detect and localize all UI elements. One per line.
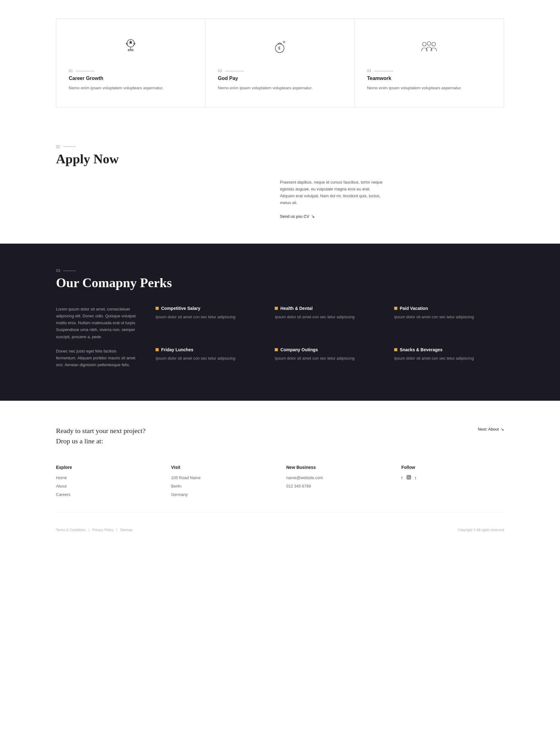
perks-section-number: 03	[56, 268, 504, 273]
perks-header: 03 Our Comapny Perks	[56, 268, 504, 290]
apply-section: 02 Apply Now Praesent dapibus, neque id …	[0, 126, 560, 244]
perks-intro-text-1: Lorem ipsum dolor sit amet, consectetuer…	[56, 306, 137, 340]
perk-1-desc: Ipsum dolor sit amet con sec tetur adipi…	[156, 314, 265, 320]
perk-paid-vacation: Paid Vacation Ipsum dolor sit amet con s…	[394, 306, 504, 334]
card-3-number: 03	[367, 69, 491, 73]
perks-intro-text-2: Donec nec justo eget felis facilisis fer…	[56, 348, 137, 368]
career-icon	[69, 35, 193, 59]
footer-follow: Follow f t	[401, 465, 504, 500]
team-icon	[367, 35, 491, 59]
card-2-desc: Nemo enim ipsam voluptatem voluptears as…	[218, 85, 342, 91]
card-god-pay: $ 02 God Pay Nemo enim ipsam voluptatem …	[205, 19, 354, 107]
perk-2-desc: Ipsum dolor sit amet con sec tetur adipi…	[275, 314, 385, 320]
footer-follow-title: Follow	[401, 465, 504, 470]
perk-3-desc: Ipsum dolor sit amet con sec tetur adipi…	[394, 314, 504, 320]
footer-explore: Explore Home About Careers	[56, 465, 159, 500]
perk-6-desc: Ipsum dolor sit amet con sec tetur adipi…	[394, 355, 504, 362]
cards-grid: 01 Career Growth Nemo enim ipsam volupta…	[56, 19, 504, 107]
cta-footer-section: Ready to start your next project? Drop u…	[0, 401, 560, 550]
apply-title: Apply Now	[56, 152, 504, 166]
card-2-number: 02	[218, 69, 342, 73]
pay-icon: $	[218, 35, 342, 59]
cards-section: 01 Career Growth Nemo enim ipsam volupta…	[0, 0, 560, 126]
footer-legal: Terms & Conditions | Privacy Policy | Si…	[56, 528, 133, 532]
svg-rect-2	[128, 49, 133, 51]
perk-bullet-icon	[156, 307, 159, 310]
perks-section: 03 Our Comapny Perks Lorem ipsum dolor s…	[0, 244, 560, 401]
svg-marker-3	[129, 40, 133, 44]
perks-title: Our Comapny Perks	[56, 275, 504, 290]
perk-5-title: Company Outings	[275, 347, 385, 352]
next-label: Next: About	[478, 427, 499, 432]
footer-copyright: Copyright © All rights reserved	[458, 528, 504, 532]
card-1-number: 01	[69, 69, 193, 73]
footer-columns: Explore Home About Careers Visit 105 Roa…	[56, 465, 504, 512]
footer-new-business: New Business name@website.com 012 345 67…	[286, 465, 389, 500]
perks-grid: Competitive Salary Ipsum dolor sit amet …	[156, 306, 504, 376]
footer-new-business-title: New Business	[286, 465, 389, 470]
svg-point-13	[432, 42, 436, 46]
sitemap-link[interactable]: Sitemap	[120, 528, 133, 532]
perk-2-title: Health & Dental	[275, 306, 385, 311]
svg-point-12	[427, 42, 431, 45]
card-1-title: Career Growth	[69, 76, 193, 81]
perk-bullet-icon	[394, 307, 397, 310]
perk-3-title: Paid Vacation	[394, 306, 504, 311]
svg-point-11	[422, 42, 426, 46]
perk-bullet-icon	[156, 348, 159, 351]
facebook-link[interactable]: f	[401, 475, 403, 482]
perk-company-outings: Company Outings Ipsum dolor sit amet con…	[275, 347, 385, 376]
footer-link-careers[interactable]: Careers	[56, 492, 159, 498]
legal-separator-2: |	[116, 528, 118, 532]
next-about-link[interactable]: Next: About ↘	[478, 426, 504, 432]
perk-5-desc: Ipsum dolor sit amet con sec tetur adipi…	[275, 355, 385, 362]
instagram-link[interactable]	[406, 475, 411, 482]
card-2-title: God Pay	[218, 76, 342, 81]
card-3-desc: Nemo enim ipsam voluptatem voluptears as…	[367, 85, 491, 91]
footer-explore-title: Explore	[56, 465, 159, 470]
cta-line1: Ready to start your next project?	[56, 426, 146, 436]
privacy-link[interactable]: Privacy Policy	[92, 528, 113, 532]
perk-health-dental: Health & Dental Ipsum dolor sit amet con…	[275, 306, 385, 334]
perk-bullet-icon	[275, 307, 278, 310]
footer-link-about[interactable]: About	[56, 483, 159, 490]
perk-1-title: Competitive Salary	[156, 306, 265, 311]
cta-text: Ready to start your next project? Drop u…	[56, 426, 146, 446]
card-3-title: Teamwork	[367, 76, 491, 81]
footer-address-3: Germany	[171, 492, 274, 498]
cta-top: Ready to start your next project? Drop u…	[56, 426, 504, 446]
cta-line2: Drop us a line at:	[56, 436, 146, 446]
perk-bullet-icon	[275, 348, 278, 351]
perk-friday-lunches: Friday Lunches Ipsum dolor sit amet con …	[156, 347, 265, 376]
card-1-desc: Nemo enim ipsam voluptatem voluptears as…	[69, 85, 193, 91]
apply-desc: Praesent dapibus, neque id cursus faucib…	[280, 179, 386, 206]
footer-address-2: Berlin	[171, 483, 274, 490]
perk-6-title: Snacks & Beverages	[394, 347, 504, 352]
perks-body: Lorem ipsum dolor sit amet, consectetuer…	[56, 306, 504, 376]
apply-cv-link[interactable]: Send us you CV ↘	[280, 214, 504, 219]
perk-4-desc: Ipsum dolor sit amet con sec tetur adipi…	[156, 355, 265, 362]
perk-4-title: Friday Lunches	[156, 347, 265, 352]
footer-address-1: 105 Road Name	[171, 475, 274, 481]
legal-separator-1: |	[88, 528, 90, 532]
footer-bottom: Terms & Conditions | Privacy Policy | Si…	[56, 522, 504, 535]
terms-link[interactable]: Terms & Conditions	[56, 528, 86, 532]
svg-point-15	[408, 476, 410, 478]
footer-visit-title: Visit	[171, 465, 274, 470]
perk-snacks-beverages: Snacks & Beverages Ipsum dolor sit amet …	[394, 347, 504, 376]
apply-section-number: 02	[56, 145, 504, 149]
apply-arrow-icon: ↘	[311, 214, 315, 219]
svg-point-16	[409, 476, 410, 477]
perks-intro: Lorem ipsum dolor sit amet, consectetuer…	[56, 306, 143, 376]
card-teamwork: 03 Teamwork Nemo enim ipsam voluptatem v…	[355, 19, 504, 107]
card-career-growth: 01 Career Growth Nemo enim ipsam volupta…	[56, 19, 205, 107]
svg-point-6	[284, 42, 285, 43]
svg-text:$: $	[278, 46, 280, 50]
twitter-link[interactable]: t	[415, 475, 416, 482]
svg-rect-14	[407, 475, 411, 479]
next-arrow-icon: ↘	[501, 427, 504, 432]
apply-link-text: Send us you CV	[280, 214, 309, 219]
footer-email[interactable]: name@website.com	[286, 475, 389, 481]
perk-bullet-icon	[394, 348, 397, 351]
footer-link-home[interactable]: Home	[56, 475, 159, 481]
